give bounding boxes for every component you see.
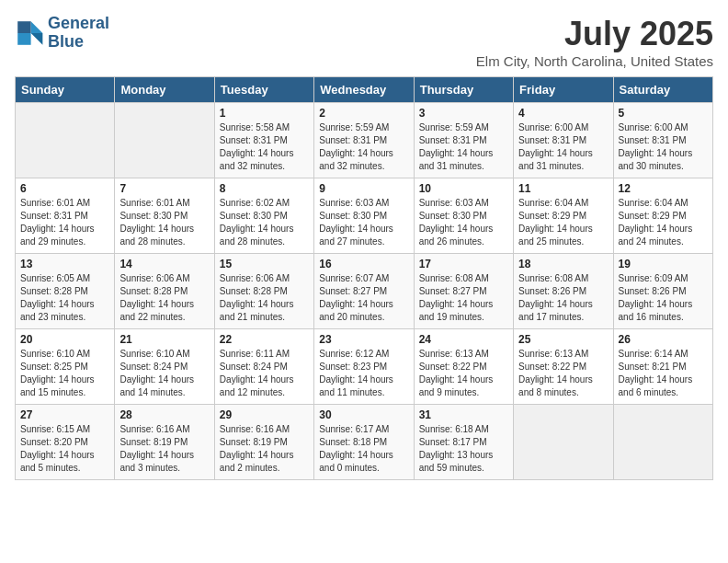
day-number: 15 xyxy=(220,258,309,270)
calendar-cell: 6Sunrise: 6:01 AMSunset: 8:31 PMDaylight… xyxy=(16,178,115,254)
calendar-cell: 28Sunrise: 6:16 AMSunset: 8:19 PMDayligh… xyxy=(115,405,214,480)
calendar-week-row: 6Sunrise: 6:01 AMSunset: 8:31 PMDaylight… xyxy=(16,178,713,254)
day-detail: Sunrise: 6:16 AMSunset: 8:19 PMDaylight:… xyxy=(220,423,309,475)
day-detail: Sunrise: 6:14 AMSunset: 8:21 PMDaylight:… xyxy=(619,348,708,399)
day-detail: Sunrise: 6:06 AMSunset: 8:28 PMDaylight:… xyxy=(220,272,309,324)
day-detail: Sunrise: 5:59 AMSunset: 8:31 PMDaylight:… xyxy=(419,121,508,173)
day-detail: Sunrise: 6:02 AMSunset: 8:30 PMDaylight:… xyxy=(220,197,309,248)
day-detail: Sunrise: 6:06 AMSunset: 8:28 PMDaylight:… xyxy=(119,272,209,324)
calendar-cell: 21Sunrise: 6:10 AMSunset: 8:24 PMDayligh… xyxy=(115,329,214,405)
day-detail: Sunrise: 6:05 AMSunset: 8:28 PMDaylight:… xyxy=(20,272,109,324)
calendar-week-row: 13Sunrise: 6:05 AMSunset: 8:28 PMDayligh… xyxy=(16,254,713,329)
day-number: 18 xyxy=(518,258,608,270)
day-detail: Sunrise: 6:00 AMSunset: 8:31 PMDaylight:… xyxy=(518,121,608,173)
day-detail: Sunrise: 6:07 AMSunset: 8:27 PMDaylight:… xyxy=(319,272,408,324)
day-number: 17 xyxy=(419,258,508,270)
day-number: 23 xyxy=(319,333,408,346)
day-detail: Sunrise: 6:04 AMSunset: 8:29 PMDaylight:… xyxy=(518,197,608,248)
day-number: 3 xyxy=(419,107,508,120)
day-number: 16 xyxy=(319,258,408,270)
svg-rect-2 xyxy=(17,21,30,33)
header-saturday: Saturday xyxy=(613,77,712,103)
day-detail: Sunrise: 6:15 AMSunset: 8:20 PMDaylight:… xyxy=(20,423,109,475)
day-number: 5 xyxy=(619,107,708,120)
calendar-cell xyxy=(115,103,214,178)
calendar-cell: 14Sunrise: 6:06 AMSunset: 8:28 PMDayligh… xyxy=(115,254,214,329)
day-number: 21 xyxy=(119,333,209,346)
day-number: 12 xyxy=(619,182,708,195)
calendar-cell: 20Sunrise: 6:10 AMSunset: 8:25 PMDayligh… xyxy=(16,329,115,405)
day-number: 8 xyxy=(220,182,309,195)
day-number: 27 xyxy=(20,408,109,421)
day-detail: Sunrise: 6:11 AMSunset: 8:24 PMDaylight:… xyxy=(220,348,309,399)
day-detail: Sunrise: 6:03 AMSunset: 8:30 PMDaylight:… xyxy=(319,197,408,248)
day-number: 19 xyxy=(619,258,708,270)
page-header: General Blue July 2025 Elm City, North C… xyxy=(15,15,713,69)
day-detail: Sunrise: 5:58 AMSunset: 8:31 PMDaylight:… xyxy=(220,121,309,173)
day-detail: Sunrise: 6:00 AMSunset: 8:31 PMDaylight:… xyxy=(619,121,708,173)
day-detail: Sunrise: 6:08 AMSunset: 8:26 PMDaylight:… xyxy=(518,272,608,324)
calendar-cell: 2Sunrise: 5:59 AMSunset: 8:31 PMDaylight… xyxy=(314,103,414,178)
header-tuesday: Tuesday xyxy=(214,77,313,103)
day-detail: Sunrise: 6:01 AMSunset: 8:30 PMDaylight:… xyxy=(119,197,209,248)
day-detail: Sunrise: 6:16 AMSunset: 8:19 PMDaylight:… xyxy=(119,423,209,475)
day-number: 22 xyxy=(220,333,309,346)
calendar-cell: 12Sunrise: 6:04 AMSunset: 8:29 PMDayligh… xyxy=(613,178,712,254)
day-detail: Sunrise: 6:13 AMSunset: 8:22 PMDaylight:… xyxy=(518,348,608,399)
main-title: July 2025 xyxy=(476,15,713,53)
day-number: 25 xyxy=(518,333,608,346)
day-number: 11 xyxy=(518,182,608,195)
day-number: 14 xyxy=(119,258,209,270)
day-number: 7 xyxy=(119,182,209,195)
day-detail: Sunrise: 5:59 AMSunset: 8:31 PMDaylight:… xyxy=(319,121,408,173)
calendar-cell xyxy=(514,405,613,480)
logo: General Blue xyxy=(15,15,109,52)
day-number: 26 xyxy=(619,333,708,346)
calendar-cell: 5Sunrise: 6:00 AMSunset: 8:31 PMDaylight… xyxy=(613,103,712,178)
calendar-cell: 18Sunrise: 6:08 AMSunset: 8:26 PMDayligh… xyxy=(514,254,613,329)
calendar-cell: 16Sunrise: 6:07 AMSunset: 8:27 PMDayligh… xyxy=(314,254,414,329)
svg-marker-1 xyxy=(31,33,43,45)
calendar-week-row: 20Sunrise: 6:10 AMSunset: 8:25 PMDayligh… xyxy=(16,329,713,405)
subtitle: Elm City, North Carolina, United States xyxy=(476,53,713,69)
calendar-week-row: 1Sunrise: 5:58 AMSunset: 8:31 PMDaylight… xyxy=(16,103,713,178)
day-detail: Sunrise: 6:08 AMSunset: 8:27 PMDaylight:… xyxy=(419,272,508,324)
day-detail: Sunrise: 6:10 AMSunset: 8:25 PMDaylight:… xyxy=(20,348,109,399)
calendar-cell: 31Sunrise: 6:18 AMSunset: 8:17 PMDayligh… xyxy=(414,405,513,480)
day-number: 20 xyxy=(20,333,109,346)
day-number: 31 xyxy=(419,408,508,421)
day-detail: Sunrise: 6:09 AMSunset: 8:26 PMDaylight:… xyxy=(619,272,708,324)
calendar-cell: 17Sunrise: 6:08 AMSunset: 8:27 PMDayligh… xyxy=(414,254,513,329)
day-number: 4 xyxy=(518,107,608,120)
header-thursday: Thursday xyxy=(414,77,513,103)
calendar-cell: 24Sunrise: 6:13 AMSunset: 8:22 PMDayligh… xyxy=(414,329,513,405)
day-number: 9 xyxy=(319,182,408,195)
calendar-cell: 1Sunrise: 5:58 AMSunset: 8:31 PMDaylight… xyxy=(214,103,313,178)
calendar-cell: 13Sunrise: 6:05 AMSunset: 8:28 PMDayligh… xyxy=(16,254,115,329)
day-number: 1 xyxy=(220,107,309,120)
calendar-cell: 10Sunrise: 6:03 AMSunset: 8:30 PMDayligh… xyxy=(414,178,513,254)
day-detail: Sunrise: 6:10 AMSunset: 8:24 PMDaylight:… xyxy=(119,348,209,399)
calendar-cell: 27Sunrise: 6:15 AMSunset: 8:20 PMDayligh… xyxy=(16,405,115,480)
calendar-cell: 22Sunrise: 6:11 AMSunset: 8:24 PMDayligh… xyxy=(214,329,313,405)
day-number: 10 xyxy=(419,182,508,195)
day-detail: Sunrise: 6:04 AMSunset: 8:29 PMDaylight:… xyxy=(619,197,708,248)
calendar-cell: 11Sunrise: 6:04 AMSunset: 8:29 PMDayligh… xyxy=(514,178,613,254)
day-number: 28 xyxy=(119,408,209,421)
calendar-cell: 30Sunrise: 6:17 AMSunset: 8:18 PMDayligh… xyxy=(314,405,414,480)
svg-rect-3 xyxy=(17,33,30,45)
header-monday: Monday xyxy=(115,77,214,103)
calendar-table: SundayMondayTuesdayWednesdayThursdayFrid… xyxy=(15,76,713,480)
day-number: 2 xyxy=(319,107,408,120)
calendar-week-row: 27Sunrise: 6:15 AMSunset: 8:20 PMDayligh… xyxy=(16,405,713,480)
logo-text: General Blue xyxy=(48,15,109,52)
title-block: July 2025 Elm City, North Carolina, Unit… xyxy=(476,15,713,69)
day-number: 24 xyxy=(419,333,508,346)
svg-marker-0 xyxy=(31,21,43,33)
calendar-cell: 7Sunrise: 6:01 AMSunset: 8:30 PMDaylight… xyxy=(115,178,214,254)
day-number: 29 xyxy=(220,408,309,421)
calendar-cell: 19Sunrise: 6:09 AMSunset: 8:26 PMDayligh… xyxy=(613,254,712,329)
calendar-cell: 23Sunrise: 6:12 AMSunset: 8:23 PMDayligh… xyxy=(314,329,414,405)
calendar-cell: 9Sunrise: 6:03 AMSunset: 8:30 PMDaylight… xyxy=(314,178,414,254)
header-friday: Friday xyxy=(514,77,613,103)
